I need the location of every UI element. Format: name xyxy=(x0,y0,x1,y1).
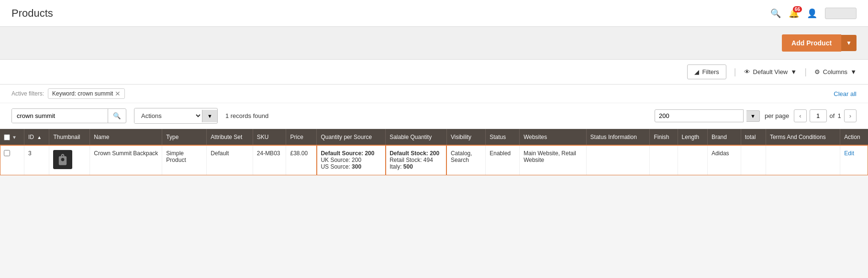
search-submit-button[interactable]: 🔍 xyxy=(108,109,126,123)
td-brand: Adidas xyxy=(707,145,741,175)
pagination-prev-button[interactable]: ‹ xyxy=(794,109,806,122)
default-view-button[interactable]: 👁 Default View ▼ xyxy=(744,68,797,75)
salable-italy-label: Italy: xyxy=(389,163,403,170)
product-thumbnail xyxy=(53,150,72,169)
gear-icon: ⚙ xyxy=(814,68,820,75)
filter-bar: ◢ Filters | 👁 Default View ▼ | ⚙ Columns… xyxy=(0,60,868,85)
th-name[interactable]: Name xyxy=(90,129,162,145)
salable-retail-label: Retail Stock: xyxy=(389,157,423,163)
th-finish[interactable]: Finish xyxy=(650,129,678,145)
per-page-dropdown-button[interactable]: ▼ xyxy=(746,110,760,122)
global-search-icon[interactable]: 🔍 xyxy=(770,8,781,19)
of-text: of xyxy=(830,112,835,119)
columns-label: Columns xyxy=(823,68,847,75)
qty-us-label: US Source: xyxy=(321,163,352,170)
th-websites[interactable]: Websites xyxy=(520,129,586,145)
row-attribute-set: Default xyxy=(211,150,229,157)
user-icon-button[interactable]: 👤 xyxy=(807,8,817,19)
salable-italy-stock: Italy: 500 xyxy=(389,163,443,170)
per-page-label: per page xyxy=(765,112,789,119)
th-type[interactable]: Type xyxy=(162,129,207,145)
filters-button[interactable]: ◢ Filters xyxy=(687,64,726,79)
edit-link[interactable]: Edit xyxy=(844,150,854,157)
sort-asc-icon: ▲ xyxy=(37,135,42,140)
td-attribute-set: Default xyxy=(207,145,253,175)
table-container: ▼ ID ▲ Thumbnail Name Type Attribute Se xyxy=(0,129,868,175)
th-brand[interactable]: Brand xyxy=(707,129,741,145)
th-terms-and-conditions[interactable]: Terms And Conditions xyxy=(766,129,840,145)
th-action-label: Action xyxy=(844,134,860,140)
notification-button[interactable]: 🔔 66 xyxy=(789,8,799,19)
th-attribute-set[interactable]: Attribute Set xyxy=(207,129,253,145)
qty-uk-value: 200 xyxy=(352,157,361,163)
separator-2: | xyxy=(804,67,807,77)
th-sku[interactable]: SKU xyxy=(253,129,286,145)
td-checkbox xyxy=(0,145,24,175)
actions-select[interactable]: Actions Delete Change Status Update Attr… xyxy=(134,108,202,123)
salable-retail-stock: Retail Stock: 494 xyxy=(389,157,443,163)
table-row: 3 Crown Summit Backpack Simple Product xyxy=(0,145,868,175)
per-page-input[interactable] xyxy=(655,109,744,122)
th-salable-quantity-label: Salable Quantity xyxy=(389,134,432,140)
th-visibility-label: Visibility xyxy=(451,134,471,140)
qty-default-source: Default Source: 200 xyxy=(321,150,381,157)
th-quantity-per-source[interactable]: Quantity per Source xyxy=(317,129,386,145)
salable-retail-value: 494 xyxy=(423,157,433,163)
header-icons: 🔍 🔔 66 👤 xyxy=(770,8,857,19)
search-input[interactable] xyxy=(12,109,108,123)
th-visibility[interactable]: Visibility xyxy=(446,129,485,145)
current-page-input[interactable] xyxy=(810,109,827,122)
th-id-label: ID xyxy=(28,134,34,140)
td-price: £38.00 xyxy=(286,145,317,175)
eye-icon: 👁 xyxy=(744,68,750,75)
th-salable-quantity[interactable]: Salable Quantity xyxy=(386,129,447,145)
filter-tag-close-button[interactable]: ✕ xyxy=(115,90,121,97)
th-price[interactable]: Price xyxy=(286,129,317,145)
td-sku: 24-MB03 xyxy=(253,145,286,175)
columns-button[interactable]: ⚙ Columns ▼ xyxy=(814,68,857,75)
qty-uk-label: UK Source: xyxy=(321,157,352,163)
row-name: Crown Summit Backpack xyxy=(94,150,158,157)
th-id[interactable]: ID ▲ xyxy=(24,129,49,145)
th-thumbnail: Thumbnail xyxy=(49,129,90,145)
active-filters-label: Active filters: xyxy=(11,90,44,97)
clear-all-button[interactable]: Clear all xyxy=(834,90,857,97)
td-terms-and-conditions xyxy=(766,145,840,175)
add-product-dropdown-button[interactable]: ▼ xyxy=(841,35,857,51)
th-websites-label: Websites xyxy=(523,134,547,140)
chevron-down-icon: ▼ xyxy=(790,68,797,75)
search-actions-row: 🔍 Actions Delete Change Status Update At… xyxy=(0,103,868,129)
select-all-checkbox[interactable] xyxy=(4,134,10,140)
th-length[interactable]: Length xyxy=(678,129,707,145)
table-header-row: ▼ ID ▲ Thumbnail Name Type Attribute Se xyxy=(0,129,868,145)
records-found: 1 records found xyxy=(225,112,268,119)
th-thumbnail-label: Thumbnail xyxy=(53,134,80,140)
search-box: 🔍 xyxy=(11,108,126,123)
salable-default-label: Default Stock: xyxy=(389,150,428,157)
th-checkbox-dropdown-icon[interactable]: ▼ xyxy=(12,135,17,140)
products-table: ▼ ID ▲ Thumbnail Name Type Attribute Se xyxy=(0,129,868,175)
th-quantity-per-source-label: Quantity per Source xyxy=(321,134,372,140)
top-header: Products 🔍 🔔 66 👤 xyxy=(0,0,868,27)
th-status-information[interactable]: Status Information xyxy=(586,129,650,145)
salable-default-stock: Default Stock: 200 xyxy=(389,150,443,157)
pagination-next-button[interactable]: › xyxy=(844,109,857,122)
row-sku: 24-MB03 xyxy=(257,150,280,157)
th-terms-and-conditions-label: Terms And Conditions xyxy=(770,134,826,140)
backpack-icon xyxy=(56,153,69,166)
active-filters-left: Active filters: Keyword: crown summit ✕ xyxy=(11,88,125,99)
add-product-button[interactable]: Add Product xyxy=(782,34,841,52)
page-title: Products xyxy=(11,7,770,20)
th-brand-label: Brand xyxy=(712,134,727,140)
qty-us-value: 300 xyxy=(352,163,361,170)
th-total[interactable]: total xyxy=(741,129,766,145)
qty-us-source: US Source: 300 xyxy=(321,163,381,170)
td-length xyxy=(678,145,707,175)
actions-select-wrapper: Actions Delete Change Status Update Attr… xyxy=(134,108,218,124)
total-pages: 1 xyxy=(837,112,841,119)
row-checkbox[interactable] xyxy=(4,150,10,156)
actions-dropdown-button[interactable]: ▼ xyxy=(202,110,217,122)
td-id: 3 xyxy=(24,145,49,175)
th-status[interactable]: Status xyxy=(486,129,520,145)
user-greeting[interactable] xyxy=(825,8,857,19)
